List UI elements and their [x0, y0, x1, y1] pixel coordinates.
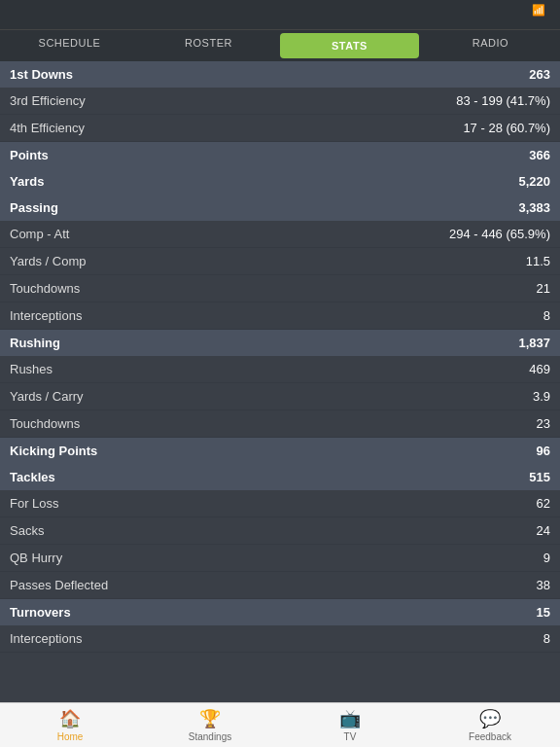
- standings-icon: 🏆: [199, 708, 221, 729]
- stat-label: 4th Efficiency: [10, 121, 85, 135]
- stat-label: Interceptions: [10, 308, 82, 323]
- wifi-icon: 📶: [532, 4, 545, 17]
- stat-label: Comp - Att: [10, 227, 69, 241]
- section-value: 263: [529, 67, 550, 82]
- stat-label: Sacks: [10, 523, 44, 538]
- stat-value: 38: [537, 578, 550, 592]
- section-header-5: Kicking Points96: [0, 438, 560, 464]
- feedback-icon: 💬: [479, 708, 501, 729]
- stat-row: Sacks24: [0, 517, 560, 545]
- stat-value: 9: [543, 551, 550, 565]
- stat-value: 23: [537, 416, 550, 431]
- stat-label: Touchdowns: [10, 416, 80, 431]
- stat-label: For Loss: [10, 496, 59, 511]
- stat-row: Rushes469: [0, 356, 560, 383]
- stat-value: 21: [537, 281, 550, 296]
- stat-row: QB Hurry9: [0, 545, 560, 572]
- stat-row: Interceptions8: [0, 625, 560, 653]
- section-label: 1st Downs: [10, 67, 73, 82]
- tab-stats[interactable]: STATS: [280, 33, 419, 58]
- tab-radio[interactable]: RADIO: [421, 30, 560, 61]
- bottom-tab-home-label: Home: [57, 731, 84, 742]
- section-label: Rushing: [10, 336, 60, 350]
- section-label: Yards: [10, 174, 44, 189]
- stat-value: 469: [529, 362, 550, 376]
- bottom-tab-feedback-label: Feedback: [469, 731, 511, 742]
- stat-value: 3.9: [533, 389, 550, 404]
- bottom-tab-home[interactable]: 🏠 Home: [0, 703, 140, 747]
- tab-roster[interactable]: ROSTER: [139, 30, 278, 61]
- stat-label: Yards / Carry: [10, 389, 84, 404]
- nav-tabs: SCHEDULE ROSTER STATS RADIO: [0, 29, 560, 61]
- stat-row: 4th Efficiency17 - 28 (60.7%): [0, 115, 560, 142]
- section-value: 1,837: [518, 336, 550, 350]
- bottom-tab-standings-label: Standings: [189, 731, 231, 742]
- stat-row: Fumbles17: [0, 653, 560, 655]
- stat-row: Passes Deflected38: [0, 572, 560, 599]
- section-header-0: 1st Downs263: [0, 61, 560, 88]
- bottom-tab-feedback[interactable]: 💬 Feedback: [420, 703, 560, 747]
- section-value: 366: [529, 148, 550, 162]
- stat-row: Touchdowns23: [0, 410, 560, 438]
- section-label: Passing: [10, 200, 58, 215]
- stat-row: Yards / Comp11.5: [0, 248, 560, 275]
- stat-value: 24: [537, 523, 550, 538]
- section-value: 515: [529, 470, 550, 484]
- section-label: Kicking Points: [10, 444, 97, 458]
- stat-value: 8: [543, 631, 550, 646]
- section-value: 15: [537, 605, 550, 620]
- section-header-2: Yards5,220: [0, 168, 560, 195]
- section-header-4: Rushing1,837: [0, 330, 560, 356]
- section-label: Turnovers: [10, 605, 71, 620]
- section-value: 96: [537, 444, 550, 458]
- section-label: Tackles: [10, 470, 55, 484]
- home-icon: 🏠: [59, 708, 81, 729]
- stat-row: Comp - Att294 - 446 (65.9%): [0, 221, 560, 248]
- stat-label: Touchdowns: [10, 281, 80, 296]
- bottom-tab-bar: 🏠 Home 🏆 Standings 📺 TV 💬 Feedback: [0, 702, 560, 747]
- bottom-tab-tv[interactable]: 📺 TV: [280, 703, 420, 747]
- tab-schedule[interactable]: SCHEDULE: [0, 30, 139, 61]
- stat-row: Touchdowns21: [0, 275, 560, 302]
- status-bar: 📶: [0, 0, 560, 19]
- stats-content: 1st Downs2633rd Efficiency83 - 199 (41.7…: [0, 61, 560, 655]
- stat-label: Yards / Comp: [10, 254, 87, 268]
- app-header: [0, 19, 560, 29]
- section-header-3: Passing3,383: [0, 195, 560, 221]
- stat-value: 83 - 199 (41.7%): [456, 93, 550, 108]
- stat-value: 62: [537, 496, 550, 511]
- stat-label: QB Hurry: [10, 551, 62, 565]
- section-value: 3,383: [518, 200, 550, 215]
- stat-value: 17 - 28 (60.7%): [463, 121, 550, 135]
- stat-label: Interceptions: [10, 631, 82, 646]
- stat-row: Interceptions8: [0, 302, 560, 330]
- section-label: Points: [10, 148, 49, 162]
- stat-label: Rushes: [10, 362, 52, 376]
- bottom-tab-tv-label: TV: [344, 731, 357, 742]
- stat-row: 3rd Efficiency83 - 199 (41.7%): [0, 88, 560, 115]
- stat-row: For Loss62: [0, 490, 560, 517]
- stat-value: 11.5: [526, 254, 550, 268]
- stat-label: Passes Deflected: [10, 578, 108, 592]
- stat-label: 3rd Efficiency: [10, 93, 86, 108]
- stat-value: 8: [543, 308, 550, 323]
- stat-value: 294 - 446 (65.9%): [449, 227, 550, 241]
- section-header-6: Tackles515: [0, 464, 560, 490]
- bottom-tab-standings[interactable]: 🏆 Standings: [140, 703, 280, 747]
- tv-icon: 📺: [339, 708, 361, 729]
- stat-row: Yards / Carry3.9: [0, 383, 560, 410]
- section-header-7: Turnovers15: [0, 599, 560, 625]
- section-header-1: Points366: [0, 142, 560, 168]
- section-value: 5,220: [518, 174, 550, 189]
